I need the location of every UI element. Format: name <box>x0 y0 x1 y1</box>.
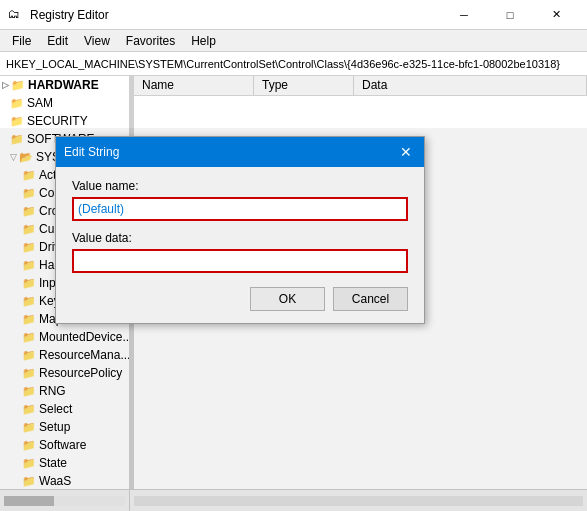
modal-overlay: Edit String ✕ Value name: Value data: OK… <box>0 128 587 511</box>
minimize-button[interactable]: ─ <box>441 0 487 30</box>
tree-item-sam[interactable]: 📁 SAM <box>0 94 129 112</box>
dialog-title-bar: Edit String ✕ <box>56 137 424 167</box>
folder-icon: 📁 <box>10 94 24 112</box>
expand-arrow: ▷ <box>2 76 9 94</box>
menu-edit[interactable]: Edit <box>39 32 76 50</box>
tree-label: SAM <box>27 94 53 112</box>
close-button[interactable]: ✕ <box>533 0 579 30</box>
value-data-input[interactable] <box>72 249 408 273</box>
value-data-label: Value data: <box>72 231 408 245</box>
hscroll-track-left[interactable] <box>4 496 125 506</box>
menu-view[interactable]: View <box>76 32 118 50</box>
folder-icon: 📁 <box>11 76 25 94</box>
value-name-label: Value name: <box>72 179 408 193</box>
dialog-title: Edit String <box>64 145 119 159</box>
col-data: Data <box>354 76 587 95</box>
address-bar: HKEY_LOCAL_MACHINE\SYSTEM\CurrentControl… <box>0 52 587 76</box>
title-bar-left: 🗂 Registry Editor <box>8 7 109 23</box>
app-icon: 🗂 <box>8 7 24 23</box>
ok-button[interactable]: OK <box>250 287 325 311</box>
dialog-body: Value name: Value data: OK Cancel <box>56 167 424 323</box>
edit-string-dialog: Edit String ✕ Value name: Value data: OK… <box>55 136 425 324</box>
tree-item-hardware[interactable]: ▷ 📁 HARDWARE <box>0 76 129 94</box>
cancel-button[interactable]: Cancel <box>333 287 408 311</box>
address-path: HKEY_LOCAL_MACHINE\SYSTEM\CurrentControl… <box>6 58 560 70</box>
value-name-input[interactable] <box>72 197 408 221</box>
menu-help[interactable]: Help <box>183 32 224 50</box>
title-bar: 🗂 Registry Editor ─ □ ✕ <box>0 0 587 30</box>
menu-bar: File Edit View Favorites Help <box>0 30 587 52</box>
menu-file[interactable]: File <box>4 32 39 50</box>
col-name: Name <box>134 76 254 95</box>
menu-favorites[interactable]: Favorites <box>118 32 183 50</box>
title-controls: ─ □ ✕ <box>441 0 579 30</box>
col-type: Type <box>254 76 354 95</box>
detail-header: Name Type Data <box>134 76 587 96</box>
maximize-button[interactable]: □ <box>487 0 533 30</box>
main-content: ▷ 📁 HARDWARE 📁 SAM 📁 SECURITY 📁 SOFTWARE… <box>0 76 587 489</box>
app-title: Registry Editor <box>30 8 109 22</box>
dialog-close-button[interactable]: ✕ <box>396 142 416 162</box>
tree-label: HARDWARE <box>28 76 99 94</box>
hscroll-thumb-left <box>4 496 54 506</box>
dialog-buttons: OK Cancel <box>72 287 408 311</box>
